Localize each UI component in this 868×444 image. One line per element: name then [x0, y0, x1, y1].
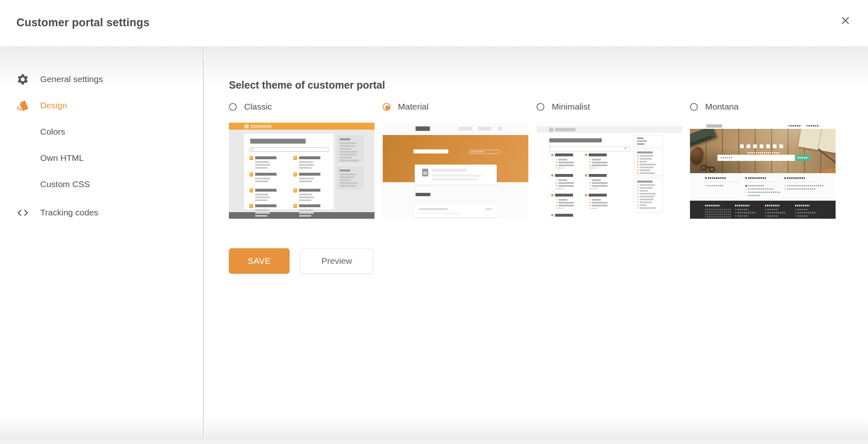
thumb-part [787, 188, 816, 190]
thumb-part [738, 212, 756, 213]
sidebar-item-design[interactable]: Design [0, 92, 203, 119]
sidebar-item-tracking-codes[interactable]: Tracking codes [0, 199, 203, 226]
thumb-part [551, 214, 553, 216]
thumb-part [592, 199, 601, 201]
sidebar-item-own-html[interactable]: Own HTML [0, 145, 203, 171]
thumb-part [340, 179, 351, 181]
theme-option-material: Material [383, 46, 528, 223]
sidebar-item-label: General settings [40, 74, 103, 84]
action-buttons: SAVE Preview [229, 248, 373, 274]
thumb-part [592, 185, 608, 187]
preview-button[interactable]: Preview [300, 248, 373, 274]
theme-thumbnail-minimalist[interactable] [537, 123, 682, 219]
thumb-part [299, 167, 311, 169]
thumb-part [640, 161, 647, 162]
thumb-part [249, 188, 253, 192]
thumb-part [765, 211, 790, 212]
thumb-part [795, 209, 796, 210]
thumb-part [293, 204, 297, 208]
thumb-part [738, 215, 748, 217]
thumb-part [745, 182, 780, 182]
thumb-part [556, 159, 557, 160]
thumb-part [249, 156, 253, 160]
thumb-part [415, 205, 497, 217]
thumb-part [637, 196, 638, 197]
thumb-part [640, 169, 650, 171]
thumb-part [797, 157, 808, 158]
thumb-part [637, 167, 638, 168]
thumb-part [705, 205, 720, 206]
thumb-part [637, 155, 638, 156]
thumb-part [747, 152, 779, 153]
thumb-part [471, 151, 473, 153]
theme-thumbnail-montana[interactable] [690, 123, 836, 219]
thumb-part [637, 207, 638, 208]
thumb-part [250, 139, 306, 144]
theme-thumbnail-classic[interactable] [229, 123, 375, 219]
thumb-part [478, 127, 491, 130]
thumb-part [340, 174, 356, 175]
sidebar-item-general-settings[interactable]: General settings [0, 66, 203, 92]
thumb-part [640, 201, 652, 203]
thumb-part [809, 125, 819, 126]
close-button[interactable] [835, 10, 856, 31]
thumb-part [637, 140, 647, 142]
thumb-part [765, 205, 780, 206]
theme-radio-minimalist[interactable]: Minimalist [537, 102, 590, 112]
sidebar-item-custom-css[interactable]: Custom CSS [0, 171, 203, 197]
thumb-part [556, 208, 564, 209]
thumb-part [735, 215, 760, 215]
thumb-part [779, 144, 783, 148]
thumb-part [708, 177, 726, 179]
thumb-part [415, 218, 497, 219]
thumb-part [255, 164, 270, 166]
thumb-part [413, 149, 448, 153]
thumb-part [745, 188, 747, 190]
thumb-part [690, 129, 836, 173]
thumb-part [795, 205, 810, 206]
thumb-part [640, 164, 656, 165]
theme-radio-classic[interactable]: Classic [229, 102, 272, 112]
thumb-part [765, 215, 766, 217]
thumb-part [585, 194, 587, 196]
thumb-part [589, 174, 607, 177]
thumb-part [558, 202, 574, 204]
theme-radio-montana[interactable]: Montana [690, 102, 739, 112]
thumb-part [558, 159, 567, 160]
thumb-part [249, 204, 253, 208]
thumb-part [773, 144, 777, 148]
theme-option-montana: Montana [690, 46, 836, 223]
sidebar: General settings Design Colors Own HTML … [0, 46, 204, 440]
theme-label: Classic [244, 102, 272, 112]
thumb-part [415, 201, 497, 201]
thumb-part [558, 165, 574, 166]
thumb-part [748, 195, 761, 196]
thumb-part [735, 215, 736, 217]
thumb-part [721, 157, 733, 158]
theme-label: Minimalist [552, 102, 590, 112]
theme-thumbnail-material[interactable] [383, 123, 528, 219]
save-button[interactable]: SAVE [229, 248, 290, 274]
theme-radio-material[interactable]: Material [383, 102, 429, 112]
sidebar-item-colors[interactable]: Colors [0, 119, 203, 145]
thumb-part [637, 161, 638, 162]
thumb-part [637, 172, 638, 174]
style-icon [16, 99, 40, 112]
dialog-bottom-strip [0, 440, 868, 444]
thumb-part [640, 187, 653, 189]
thumb-part [419, 213, 460, 214]
thumb-part [556, 185, 557, 186]
thumb-part [558, 185, 574, 187]
sidebar-item-label: Tracking codes [40, 208, 98, 217]
thumb-part [556, 182, 557, 183]
thumb-part [558, 162, 574, 163]
thumb-part [637, 143, 644, 145]
thumb-part [637, 158, 638, 159]
thumb-part [299, 156, 320, 159]
thumb-part [556, 202, 557, 203]
thumb-part [255, 204, 276, 207]
thumb-part [340, 169, 350, 172]
thumb-part [299, 194, 312, 195]
thumb-part [766, 144, 770, 148]
thumb-part [340, 176, 354, 178]
